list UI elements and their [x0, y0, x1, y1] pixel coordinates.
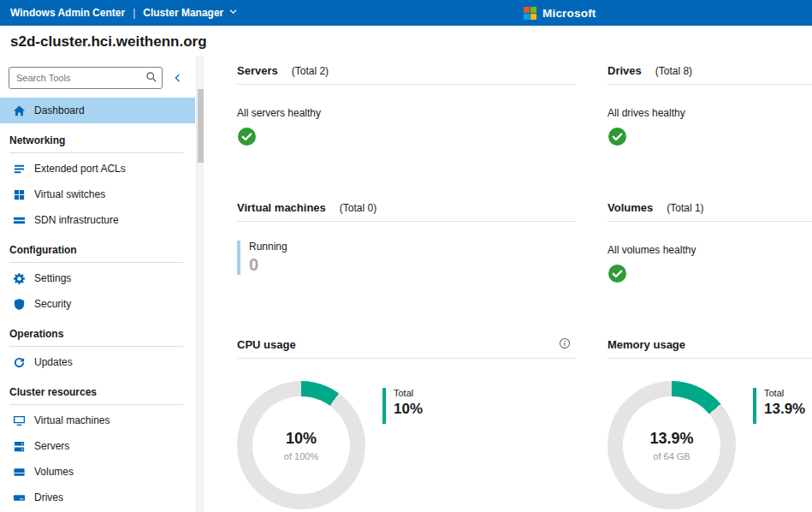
- home-icon: [13, 104, 26, 117]
- sidebar-item-label: Settings: [34, 272, 71, 284]
- sidebar-item-label: Drives: [34, 491, 63, 503]
- virtual-machines-card-title[interactable]: Virtual machines: [237, 201, 326, 214]
- gear-icon: [13, 272, 26, 285]
- chevron-down-icon: [228, 7, 238, 19]
- memory-donut-chart: 13.9% of 64 GB: [608, 381, 736, 509]
- sidebar-item-updates[interactable]: Updates: [0, 349, 195, 375]
- microsoft-squares-icon: [524, 7, 536, 20]
- sidebar-item-drives[interactable]: Drives: [0, 485, 195, 510]
- legend-label: Total: [394, 388, 423, 398]
- cpu-donut-value: 10%: [286, 430, 317, 448]
- sidebar-item-label: Volumes: [34, 466, 74, 478]
- sidebar-item-label: Updates: [34, 356, 73, 368]
- sidebar-item-servers[interactable]: Servers: [0, 433, 195, 459]
- tools-sidebar: Dashboard Networking Extended port ACLs …: [0, 57, 204, 512]
- metric-value: 0: [249, 255, 576, 275]
- volumes-card-total: (Total 1): [667, 202, 703, 214]
- healthy-check-icon: [608, 127, 627, 150]
- healthy-check-icon: [237, 127, 257, 150]
- sidebar-scrollbar-track: [196, 57, 204, 512]
- dashboard-main: Servers (Total 2) All servers healthy Dr…: [204, 57, 812, 512]
- tool-title: Cluster Manager: [143, 7, 223, 19]
- memory-usage-card: Memory usage 13.9% of 64 GB Total 13.9%: [608, 338, 812, 509]
- cpu-usage-card-title: CPU usage: [237, 338, 296, 351]
- sdn-layers-icon: [13, 214, 26, 227]
- cpu-donut-subtext: of 100%: [284, 451, 318, 461]
- drives-card-title[interactable]: Drives: [608, 64, 642, 77]
- sidebar-item-label: Security: [34, 298, 71, 310]
- memory-usage-card-title: Memory usage: [608, 338, 685, 351]
- metric-label: Running: [249, 241, 576, 253]
- healthy-check-icon: [608, 264, 627, 287]
- search-input[interactable]: [9, 67, 163, 89]
- servers-card-title[interactable]: Servers: [237, 64, 278, 77]
- sidebar-item-virtual-switches[interactable]: Virtual switches: [0, 182, 195, 207]
- tool-switcher[interactable]: Cluster Manager: [143, 7, 238, 19]
- microsoft-logo: Microsoft: [524, 0, 596, 26]
- legend-label: Total: [764, 388, 805, 398]
- server-icon: [13, 440, 26, 453]
- sidebar-item-extended-port-acls[interactable]: Extended port ACLs: [0, 156, 195, 182]
- volumes-card: Volumes (Total 1) All volumes healthy: [608, 201, 812, 287]
- cpu-legend: Total 10%: [382, 388, 423, 424]
- sidebar-item-label: SDN infrastructure: [34, 214, 119, 226]
- switch-grid-icon: [13, 188, 26, 201]
- sidebar-item-label: Virtual machines: [34, 414, 110, 426]
- sidebar-item-label: Extended port ACLs: [34, 163, 126, 175]
- refresh-icon: [13, 356, 26, 369]
- cpu-usage-card: CPU usage 10% of 100%: [237, 338, 576, 509]
- sidebar-item-label: Virtual switches: [34, 188, 105, 200]
- sidebar-scrollbar-thumb[interactable]: [198, 89, 204, 163]
- app-title[interactable]: Windows Admin Center: [10, 7, 125, 19]
- servers-card: Servers (Total 2) All servers healthy: [237, 64, 576, 150]
- sidebar-item-settings[interactable]: Settings: [0, 265, 195, 291]
- drives-card: Drives (Total 8) All drives healthy: [608, 64, 812, 150]
- sidebar-item-virtual-machines[interactable]: Virtual machines: [0, 408, 195, 433]
- sidebar-section-operations: Operations: [9, 328, 183, 347]
- volume-disk-icon: [13, 466, 26, 479]
- volumes-status-text: All volumes healthy: [608, 244, 812, 256]
- sidebar-item-dashboard[interactable]: Dashboard: [0, 98, 195, 123]
- cpu-donut-chart: 10% of 100%: [237, 381, 365, 509]
- title-separator: |: [133, 7, 135, 19]
- microsoft-wordmark: Microsoft: [542, 7, 596, 20]
- drive-icon: [13, 491, 26, 504]
- search-icon: [145, 71, 157, 86]
- legend-value: 10%: [394, 401, 423, 418]
- sidebar-item-volumes[interactable]: Volumes: [0, 459, 195, 485]
- info-icon[interactable]: [559, 337, 571, 353]
- virtual-machines-card-total: (Total 0): [340, 202, 376, 214]
- servers-status-text: All servers healthy: [237, 107, 576, 119]
- sidebar-section-networking: Networking: [9, 134, 183, 153]
- running-vms-metric: Running 0: [237, 241, 576, 275]
- servers-card-total: (Total 2): [292, 65, 329, 77]
- sidebar-item-sdn-infrastructure[interactable]: SDN infrastructure: [0, 207, 195, 233]
- memory-legend: Total 13.9%: [753, 388, 805, 424]
- cluster-name-title: s2d-cluster.hci.weithenn.org: [10, 33, 207, 51]
- sidebar-item-label: Servers: [34, 440, 69, 452]
- legend-color-bar: [382, 388, 386, 424]
- drives-card-total: (Total 8): [655, 65, 692, 77]
- sidebar-item-security[interactable]: Security: [0, 291, 195, 317]
- legend-value: 13.9%: [764, 401, 805, 418]
- memory-donut-value: 13.9%: [649, 430, 693, 448]
- page-header: s2d-cluster.hci.weithenn.org: [0, 26, 812, 57]
- drives-status-text: All drives healthy: [608, 107, 812, 119]
- monitor-icon: [13, 414, 26, 427]
- collapse-sidebar-button[interactable]: [169, 68, 187, 88]
- acl-list-icon: [13, 163, 26, 176]
- dashboard-cards: Servers (Total 2) All servers healthy Dr…: [237, 64, 812, 512]
- top-bar: Windows Admin Center | Cluster Manager M…: [0, 0, 812, 26]
- sidebar-section-configuration: Configuration: [9, 244, 183, 263]
- sidebar-item-label: Dashboard: [34, 104, 85, 116]
- volumes-card-title[interactable]: Volumes: [608, 201, 653, 214]
- shield-icon: [13, 298, 26, 311]
- memory-donut-subtext: of 64 GB: [653, 451, 690, 461]
- virtual-machines-card: Virtual machines (Total 0) Running 0: [237, 201, 576, 287]
- legend-color-bar: [753, 388, 756, 424]
- sidebar-section-cluster-resources: Cluster resources: [9, 386, 183, 405]
